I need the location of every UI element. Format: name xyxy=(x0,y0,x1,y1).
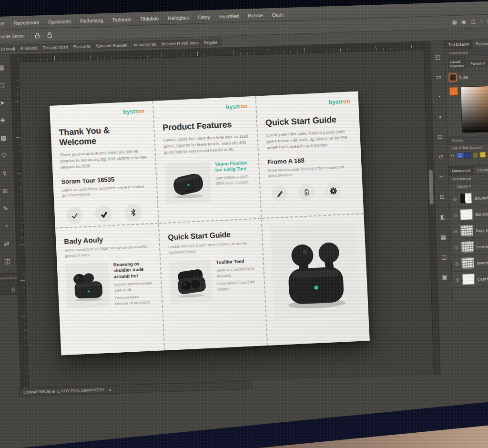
tools-footer: aaoosoes ◎ xyxy=(0,273,18,297)
dock-icon[interactable]: ◧ xyxy=(440,207,446,227)
check-icon xyxy=(65,206,83,224)
layer-row[interactable]: ◎ Isarnaon xyxy=(451,237,488,255)
layers-tab[interactable]: Doouamok xyxy=(448,166,474,175)
layer-name: Isupr Inaaras xyxy=(476,227,488,233)
layer-name: Cael baren xyxy=(478,276,488,281)
dock-icon[interactable]: ▣ xyxy=(442,267,448,287)
unlock-icon[interactable] xyxy=(47,31,53,38)
menu-item[interactable]: Oede xyxy=(272,11,285,18)
brochure-document: bystron Thank You & Welcome Owes pous to… xyxy=(50,91,370,355)
menu-item[interactable]: Oeoy xyxy=(198,14,210,20)
toolbar-icon[interactable]: ▦ xyxy=(452,19,457,25)
layers-tab[interactable]: 3 ourune xyxy=(474,166,488,174)
toolbar-icon[interactable]: ◫ xyxy=(470,19,476,25)
menu-item[interactable]: Tildofide xyxy=(140,15,159,21)
layer-row[interactable]: ◎ Isupr Inaaras xyxy=(450,221,488,239)
brand-logo: bystron xyxy=(162,102,247,113)
visibility-icon[interactable]: ◎ xyxy=(453,196,457,201)
tool-icon[interactable]: ⊞ xyxy=(0,182,14,200)
color-chip[interactable] xyxy=(472,152,478,158)
tool-icon[interactable]: ➤ xyxy=(0,93,11,112)
tool-icon[interactable]: ▢ xyxy=(0,76,11,94)
layer-row[interactable]: ◎ Isvunsbs xyxy=(451,254,488,272)
open-case-photo xyxy=(169,260,213,304)
panel-button[interactable]: Fanaucis xyxy=(468,59,488,67)
tool-icon[interactable]: ◫ xyxy=(0,252,17,270)
active-color-swatch[interactable] xyxy=(448,73,457,82)
status-caret-icon[interactable]: ▴ xyxy=(109,387,111,392)
dock-icon[interactable]: ▭ xyxy=(436,67,442,87)
color-chip[interactable] xyxy=(464,152,470,158)
menu-item[interactable]: Retroe xyxy=(248,12,263,18)
panel-tab[interactable]: Ruzawene xyxy=(472,39,488,48)
visibility-icon[interactable]: ◎ xyxy=(454,229,458,234)
fx-icon[interactable]: f+ xyxy=(451,153,455,158)
visibility-icon[interactable]: ◎ xyxy=(453,213,457,217)
layer-name: Bansba xyxy=(475,212,488,217)
layer-row[interactable]: ◎ Bansba xyxy=(450,205,488,223)
hero-earbuds-photo xyxy=(270,223,360,320)
panel-title: Thank You & Welcome xyxy=(59,124,146,148)
dock-icon[interactable]: ✂ xyxy=(439,167,444,187)
option-item[interactable]: R osoors xyxy=(20,45,37,51)
panel-button[interactable]: Lauad Insurans xyxy=(447,58,467,70)
brand-logo: bystron xyxy=(58,108,144,119)
tool-icon[interactable]: ◔ xyxy=(0,217,15,235)
layer-thumbnail xyxy=(462,274,475,285)
tool-icon[interactable]: ▤ xyxy=(0,58,10,76)
tool-icon[interactable]: ⇄ xyxy=(0,234,16,253)
status-text: Ooiao4990K2B I9 I1 ROY EOG O9MKKODO xyxy=(23,387,104,395)
panel-body: Loosk yoes trliet uoler; Itabom palses p… xyxy=(266,128,353,151)
scrollbar-thumb[interactable] xyxy=(429,170,434,204)
layer-row[interactable]: ◎ Cael baren xyxy=(452,270,488,288)
dock-icon[interactable]: ◑ xyxy=(437,107,442,127)
option-item[interactable]: Eassarta xyxy=(73,44,91,49)
menu-item[interactable]: Relogbes xyxy=(168,14,189,20)
color-chip[interactable] xyxy=(457,153,463,159)
foreground-color-swatch[interactable] xyxy=(449,87,458,96)
panel-tab[interactable]: Thrt Disaors xyxy=(445,40,472,49)
saturation-brightness-field[interactable] xyxy=(460,85,488,133)
toolbar-label: Ooeso stode Scooe xyxy=(0,33,25,40)
menu-item[interactable]: Resrtlled xyxy=(219,13,239,19)
option-item[interactable]: Resoed oosrt xyxy=(42,44,68,50)
dock-icon[interactable]: ⊡ xyxy=(439,187,445,207)
lock-icon[interactable] xyxy=(34,32,41,39)
option-item[interactable]: beanerst 80 xyxy=(133,41,156,47)
panel-subtitle: Fromo A 188 xyxy=(267,154,354,165)
tool-icon[interactable]: ✎ xyxy=(0,199,15,217)
toolbar-icon[interactable]: ◔ xyxy=(480,18,483,24)
menu-item[interactable]: Reoodleom xyxy=(13,19,39,26)
dock-icon[interactable]: ◫ xyxy=(441,247,447,267)
layer-name: bounanas xyxy=(475,195,488,200)
layer-row[interactable]: ◎ bounanas xyxy=(449,189,488,207)
canvas-area[interactable]: bystron Thank You & Welcome Owes pous to… xyxy=(19,50,434,387)
visibility-icon[interactable]: ◎ xyxy=(455,245,458,250)
toolbar-icon[interactable]: ▣ xyxy=(461,19,467,25)
visibility-icon[interactable]: ◎ xyxy=(456,277,459,282)
tool-icon[interactable]: ▩ xyxy=(0,129,13,147)
blend-mode-select[interactable]: — Idbutel ▾ xyxy=(453,184,471,189)
menu-item[interactable]: Rederlaog xyxy=(80,17,103,24)
dock-icon[interactable]: ↺ xyxy=(438,147,444,167)
layer-thumbnail xyxy=(461,241,474,253)
tool-icon[interactable]: ↯ xyxy=(0,164,14,182)
option-item[interactable]: Rogdie xyxy=(203,40,217,45)
dock-icon[interactable]: ▦ xyxy=(440,227,447,247)
tool-icon[interactable]: ✚ xyxy=(0,111,12,129)
right-panel: Thrt Disaors Ruzawene Lsaumanag Lauad In… xyxy=(444,39,488,302)
tool-icon[interactable]: ▽ xyxy=(0,146,13,164)
lock-icon[interactable] xyxy=(11,287,16,292)
option-item[interactable]: /Seosbd Rosoen, xyxy=(95,42,128,48)
option-item[interactable]: besoed R 200 soos xyxy=(162,41,199,46)
layers-filter-label[interactable]: Tout batsrul xyxy=(452,176,471,181)
menu-item[interactable]: Rpobsoen xyxy=(48,18,71,24)
dock-icon[interactable]: ◔ xyxy=(437,87,441,107)
menu-item[interactable]: Tedrlods xyxy=(112,16,131,22)
dock-icon[interactable]: ◰ xyxy=(435,47,441,67)
visibility-icon[interactable]: ◎ xyxy=(455,261,459,266)
dock-icon[interactable]: ⊟ xyxy=(437,127,443,147)
option-item[interactable]: 10 coul| xyxy=(0,46,15,51)
color-chip[interactable] xyxy=(479,152,486,158)
menu-item[interactable]: Reotleon xyxy=(0,20,5,26)
